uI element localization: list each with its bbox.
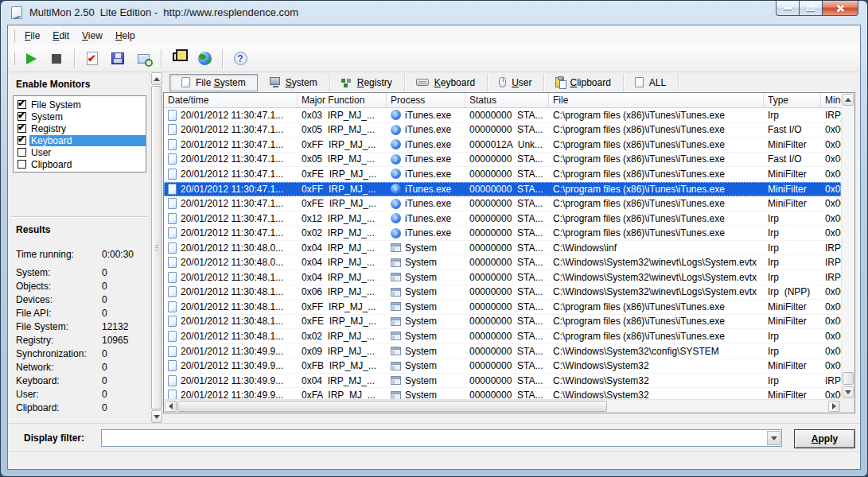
table-row[interactable]: 20/01/2012 11:30:49.9... 0x09 IRP_MJ_...… bbox=[164, 344, 841, 359]
column-header-file[interactable]: File bbox=[549, 93, 764, 107]
stop-monitoring-button[interactable] bbox=[44, 48, 69, 69]
table-row[interactable]: 20/01/2012 11:30:47.1... 0x05 IRP_MJ_...… bbox=[164, 123, 841, 138]
monitor-user[interactable]: User bbox=[15, 146, 146, 158]
table-row[interactable]: 20/01/2012 11:30:48.1... 0xFE IRP_MJ_...… bbox=[164, 315, 841, 330]
column-header-type[interactable]: Type bbox=[764, 93, 821, 107]
help-button[interactable] bbox=[228, 48, 253, 69]
cell-file: C:\program files (x86)\iTunes\iTunes.exe bbox=[549, 315, 764, 329]
clipboard-icon bbox=[555, 77, 564, 87]
minimize-button[interactable] bbox=[776, 1, 800, 16]
cell-date-time: 20/01/2012 11:30:49.9... bbox=[164, 344, 298, 359]
checkbox[interactable] bbox=[18, 100, 26, 109]
scroll-down-button[interactable] bbox=[151, 410, 162, 423]
document-icon bbox=[168, 331, 177, 342]
menu-view[interactable]: View bbox=[76, 27, 109, 45]
checkbox[interactable] bbox=[18, 148, 26, 157]
display-filter-input[interactable] bbox=[103, 431, 765, 445]
sysproc-icon bbox=[391, 288, 401, 297]
column-header-status[interactable]: Status bbox=[465, 93, 549, 107]
tab-clipboard[interactable]: Clipboard bbox=[543, 74, 622, 91]
table-row[interactable]: 20/01/2012 11:30:48.1... 0xFF IRP_MJ_...… bbox=[164, 300, 841, 315]
column-header-major-function[interactable]: Major Function bbox=[298, 93, 387, 107]
cell-type: Irp bbox=[764, 270, 821, 285]
monitor-file-system[interactable]: File System bbox=[15, 99, 146, 111]
tab-file-system[interactable]: File System bbox=[169, 74, 258, 91]
table-row[interactable]: 20/01/2012 11:30:48.0... 0x04 IRP_MJ_...… bbox=[164, 241, 841, 256]
monitor-clipboard[interactable]: Clipboard bbox=[15, 158, 146, 170]
table-row[interactable]: 20/01/2012 11:30:49.9... 0x04 IRP_MJ_...… bbox=[164, 374, 841, 389]
column-header-date-time[interactable]: Date/time bbox=[164, 93, 298, 107]
table-row[interactable]: 20/01/2012 11:30:47.1... 0xFF IRP_MJ_...… bbox=[164, 138, 841, 153]
table-row[interactable]: 20/01/2012 11:30:47.1... 0x05 IRP_MJ_...… bbox=[164, 153, 841, 168]
tab-registry[interactable]: Registry bbox=[329, 74, 404, 91]
scroll-left-button[interactable] bbox=[165, 401, 177, 412]
table-vertical-scrollbar[interactable] bbox=[841, 93, 854, 399]
scrollbar-thumb[interactable] bbox=[177, 401, 607, 412]
maximize-button[interactable] bbox=[800, 1, 822, 16]
table-row[interactable]: 20/01/2012 11:30:47.1... 0xFE IRP_MJ_...… bbox=[164, 167, 841, 182]
menu-file[interactable]: File bbox=[18, 27, 46, 45]
checkbox[interactable] bbox=[18, 124, 26, 133]
table-horizontal-scrollbar[interactable] bbox=[164, 399, 841, 413]
column-header-minor-function[interactable]: Minor Function bbox=[821, 93, 841, 107]
title-bar[interactable]: MultiMon 2.50 Lite Edition - http://www.… bbox=[1, 1, 867, 25]
dropdown-button[interactable] bbox=[767, 431, 780, 445]
tab-keyboard[interactable]: Keyboard bbox=[404, 74, 487, 91]
scrollbar-thumb[interactable] bbox=[843, 372, 854, 385]
cell-file: C:\program files (x86)\iTunes\iTunes.exe bbox=[549, 226, 764, 240]
scroll-up-button[interactable] bbox=[151, 72, 162, 85]
result-label: Devices: bbox=[16, 295, 102, 305]
table-row[interactable]: 20/01/2012 11:30:47.1... 0xFF IRP_MJ_...… bbox=[164, 182, 841, 197]
table-row[interactable]: 20/01/2012 11:30:47.1... 0xFE IRP_MJ_...… bbox=[164, 196, 841, 211]
scrollbar-thumb[interactable] bbox=[151, 86, 162, 409]
monitor-label: User bbox=[29, 147, 53, 158]
windows-button[interactable] bbox=[166, 48, 192, 69]
table-row[interactable]: 20/01/2012 11:30:48.1... 0x04 IRP_MJ_...… bbox=[164, 270, 841, 285]
checkbox[interactable] bbox=[18, 136, 26, 145]
scroll-right-button[interactable] bbox=[828, 401, 840, 412]
start-monitoring-button[interactable] bbox=[18, 48, 44, 69]
report-button[interactable] bbox=[80, 48, 105, 69]
scroll-down-button[interactable] bbox=[843, 386, 854, 398]
cell-process: System bbox=[387, 300, 465, 314]
cell-type: Irp (NPP) bbox=[764, 285, 821, 300]
menu-help[interactable]: Help bbox=[109, 27, 142, 45]
sysproc-icon bbox=[391, 258, 401, 267]
table-row[interactable]: 20/01/2012 11:30:49.9... 0xFB IRP_MJ_...… bbox=[164, 359, 841, 374]
cell-file: C:\Windows\System32\winevt\Logs\System.e… bbox=[549, 255, 764, 270]
table-row[interactable]: 20/01/2012 11:30:49.9... 0xFA IRP_MJ_...… bbox=[164, 388, 841, 399]
apply-button[interactable]: Apply bbox=[794, 429, 855, 448]
cell-process: System bbox=[387, 359, 465, 373]
left-panel-scrollbar[interactable] bbox=[150, 72, 163, 423]
tab-user[interactable]: User bbox=[487, 74, 543, 91]
result-label: Network: bbox=[16, 363, 102, 373]
menu-edit[interactable]: Edit bbox=[46, 27, 76, 45]
scroll-up-button[interactable] bbox=[843, 94, 854, 106]
table-row[interactable]: 20/01/2012 11:30:48.1... 0x02 IRP_MJ_...… bbox=[164, 329, 841, 344]
cell-type: Irp bbox=[764, 329, 821, 343]
table-row[interactable]: 20/01/2012 11:30:47.1... 0x02 IRP_MJ_...… bbox=[164, 226, 841, 241]
cell-major-function: 0x04 IRP_MJ_... bbox=[298, 270, 387, 285]
monitor-keyboard[interactable]: Keyboard bbox=[15, 134, 146, 146]
toolbar bbox=[8, 45, 860, 72]
checkbox[interactable] bbox=[18, 160, 26, 169]
table-row[interactable]: 20/01/2012 11:30:48.1... 0x06 IRP_MJ_...… bbox=[164, 285, 841, 301]
save-button[interactable] bbox=[105, 48, 130, 69]
table-row[interactable]: 20/01/2012 11:30:47.1... 0x12 IRP_MJ_...… bbox=[164, 211, 841, 227]
cell-minor-function: 0x00 bbox=[821, 138, 841, 152]
tab-all[interactable]: ALL bbox=[623, 74, 678, 91]
display-filter-combo[interactable] bbox=[101, 429, 782, 447]
cell-file: C:\program files (x86)\iTunes\iTunes.exe bbox=[549, 211, 764, 226]
table-row[interactable]: 20/01/2012 11:30:47.1... 0x03 IRP_MJ_...… bbox=[164, 108, 841, 123]
checkbox[interactable] bbox=[18, 112, 26, 121]
table-row[interactable]: 20/01/2012 11:30:48.0... 0x04 IRP_MJ_...… bbox=[164, 255, 841, 270]
column-header-process[interactable]: Process bbox=[387, 93, 465, 107]
document-icon bbox=[168, 272, 177, 283]
monitor-system[interactable]: System bbox=[15, 111, 146, 122]
close-button[interactable] bbox=[822, 1, 858, 16]
website-button[interactable] bbox=[192, 48, 217, 69]
monitor-registry[interactable]: Registry bbox=[15, 122, 146, 134]
tab-system[interactable]: System bbox=[258, 74, 329, 91]
find-computer-button[interactable] bbox=[130, 48, 156, 69]
registry-icon bbox=[341, 77, 352, 87]
